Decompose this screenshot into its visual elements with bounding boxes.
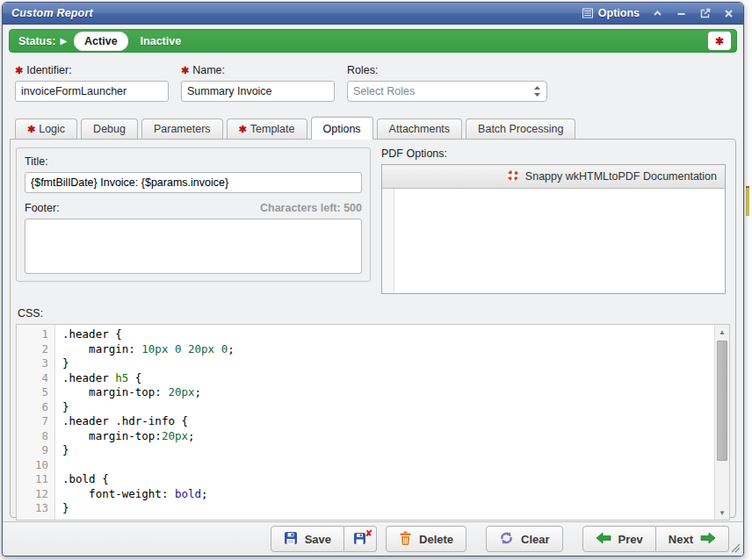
title-footer-box: Title: Footer: Characters left: 500 bbox=[16, 147, 371, 282]
close-icon[interactable] bbox=[723, 8, 734, 19]
status-label: Status: bbox=[18, 35, 55, 47]
pdf-editor-gutter bbox=[382, 189, 394, 293]
title-input[interactable] bbox=[25, 172, 362, 193]
clear-button-label: Clear bbox=[521, 533, 550, 546]
scroll-down-arrow-icon[interactable]: ▼ bbox=[715, 506, 729, 520]
save-button-label: Save bbox=[305, 533, 331, 546]
next-button-label: Next bbox=[669, 533, 693, 546]
tab-batch-processing[interactable]: Batch Processing bbox=[466, 118, 575, 139]
code-line[interactable]: font-weight: bold; bbox=[62, 487, 714, 502]
resize-grip[interactable] bbox=[728, 541, 741, 553]
code-line[interactable]: } bbox=[62, 400, 714, 415]
footer-textarea[interactable] bbox=[25, 219, 362, 274]
window-title: Custom Report bbox=[11, 7, 93, 19]
css-gutter: 12345678910111213 bbox=[17, 325, 55, 520]
tab-attachments[interactable]: Attachments bbox=[377, 118, 462, 139]
snappy-doc-link-label: Snappy wkHTMLtoPDF Documentation bbox=[525, 170, 717, 183]
next-button[interactable]: Next bbox=[656, 526, 729, 552]
code-line[interactable]: .bold { bbox=[62, 472, 714, 487]
footer-field-label: Footer: bbox=[25, 202, 60, 214]
identifier-label: ✱ Identifier: bbox=[15, 64, 169, 76]
trash-icon bbox=[399, 531, 412, 548]
pdf-options-label: PDF Options: bbox=[381, 147, 726, 160]
code-line[interactable]: .header { bbox=[62, 327, 714, 342]
spinner-arrows-icon bbox=[533, 85, 541, 97]
line-number: 8 bbox=[17, 429, 48, 444]
scrollbar-track[interactable] bbox=[715, 339, 729, 506]
clear-button[interactable]: Clear bbox=[486, 526, 563, 552]
name-input[interactable] bbox=[181, 81, 335, 102]
scroll-up-arrow-icon[interactable]: ▲ bbox=[715, 325, 729, 339]
tab-options[interactable]: Options bbox=[311, 117, 373, 140]
roles-selected-value: Select Roles bbox=[353, 85, 415, 97]
code-line[interactable]: margin-top: 20px; bbox=[62, 385, 714, 400]
snappy-doc-link[interactable]: Snappy wkHTMLtoPDF Documentation bbox=[382, 165, 725, 189]
code-line[interactable]: } bbox=[62, 443, 714, 458]
delete-button-label: Delete bbox=[419, 533, 453, 546]
code-line[interactable]: margin: 10px 0 20px 0; bbox=[62, 342, 714, 357]
tab-strip: ✱ Logic Debug Parameters ✱ Template Opti… bbox=[10, 117, 736, 139]
options-menu-label: Options bbox=[598, 7, 640, 19]
name-field-group: ✱ Name: bbox=[181, 64, 335, 102]
code-line[interactable]: margin-top:20px; bbox=[62, 429, 714, 444]
title-bar[interactable]: Custom Report Options bbox=[3, 3, 743, 25]
popout-icon[interactable] bbox=[699, 8, 711, 19]
green-arrow-right-icon bbox=[700, 532, 716, 547]
line-number: 12 bbox=[17, 487, 48, 502]
line-number: 7 bbox=[17, 414, 48, 429]
tab-debug[interactable]: Debug bbox=[81, 118, 138, 139]
name-label: ✱ Name: bbox=[181, 64, 335, 76]
tab-logic[interactable]: ✱ Logic bbox=[15, 118, 77, 139]
identifier-input[interactable] bbox=[15, 81, 169, 102]
code-line[interactable]: } bbox=[62, 501, 714, 516]
save-button-group: Save ✘ bbox=[271, 526, 377, 552]
status-active-button[interactable]: Active bbox=[74, 32, 128, 51]
required-indicator-button[interactable]: ✱ bbox=[708, 32, 731, 50]
line-number: 6 bbox=[17, 400, 48, 415]
roles-select[interactable]: Select Roles bbox=[347, 81, 547, 102]
options-menu-button[interactable]: Options bbox=[582, 7, 640, 19]
required-asterisk-icon: ✱ bbox=[27, 124, 35, 135]
delete-button[interactable]: Delete bbox=[386, 526, 466, 552]
code-line[interactable] bbox=[62, 458, 714, 473]
roles-field-group: Roles: Select Roles bbox=[347, 64, 547, 102]
tab-parameters[interactable]: Parameters bbox=[141, 118, 223, 139]
lifebuoy-icon bbox=[506, 169, 520, 185]
footer-action-bar: Save ✘ Delete Clear bbox=[3, 521, 743, 556]
line-number: 13 bbox=[17, 501, 48, 516]
prev-button[interactable]: Prev bbox=[582, 526, 656, 552]
pdf-options-editor[interactable] bbox=[382, 189, 725, 293]
line-number: 4 bbox=[17, 371, 48, 386]
save-and-close-button[interactable]: ✘ bbox=[344, 526, 377, 552]
identifier-field-group: ✱ Identifier: bbox=[15, 64, 169, 102]
collapse-icon[interactable] bbox=[652, 8, 663, 19]
css-code-editor[interactable]: 12345678910111213 .header { margin: 10px… bbox=[16, 324, 730, 521]
minimize-icon[interactable] bbox=[676, 8, 687, 19]
required-asterisk-icon: ✱ bbox=[15, 65, 23, 76]
characters-left-counter: Characters left: 500 bbox=[260, 202, 362, 214]
prev-next-button-group: Prev Next bbox=[582, 526, 729, 552]
save-button[interactable]: Save bbox=[271, 526, 344, 552]
background-page-fragment bbox=[746, 186, 749, 216]
status-inactive-button[interactable]: Inactive bbox=[141, 35, 182, 47]
pdf-editor-content[interactable] bbox=[394, 189, 725, 293]
required-asterisk-icon: ✱ bbox=[239, 124, 247, 135]
scrollbar-thumb[interactable] bbox=[717, 341, 727, 461]
line-number: 5 bbox=[17, 385, 48, 400]
line-number: 11 bbox=[17, 472, 48, 487]
code-line[interactable]: .header .hdr-info { bbox=[62, 414, 714, 429]
code-line[interactable]: } bbox=[62, 356, 714, 371]
line-number: 1 bbox=[17, 327, 48, 342]
prev-button-label: Prev bbox=[618, 533, 643, 546]
line-number: 3 bbox=[17, 356, 48, 371]
header-form: ✱ Identifier: ✱ Name: Roles: Select Role… bbox=[3, 53, 743, 102]
css-editor-scrollbar[interactable]: ▲ ▼ bbox=[714, 325, 729, 520]
asterisk-icon: ✱ bbox=[715, 35, 724, 47]
line-number: 2 bbox=[17, 342, 48, 357]
css-code[interactable]: .header { margin: 10px 0 20px 0;}.header… bbox=[55, 325, 714, 520]
code-line[interactable]: .header h5 { bbox=[62, 371, 714, 386]
green-arrow-left-icon bbox=[596, 532, 611, 547]
tab-template[interactable]: ✱ Template bbox=[227, 118, 307, 139]
red-x-badge-icon: ✘ bbox=[365, 528, 372, 538]
pdf-options-group: PDF Options: Snappy wkHTMLtoPDF Document… bbox=[381, 147, 726, 294]
